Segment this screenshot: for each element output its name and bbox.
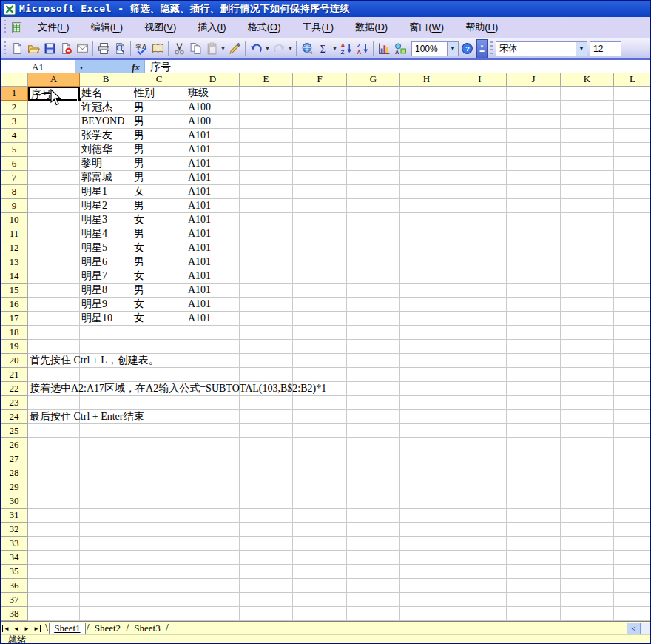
cell-A1[interactable]: 序号 bbox=[28, 87, 80, 101]
cell-K33[interactable] bbox=[561, 537, 614, 551]
cell-K21[interactable] bbox=[561, 368, 614, 382]
cell-E1[interactable] bbox=[240, 87, 293, 101]
toolbar-grip[interactable] bbox=[490, 41, 493, 56]
cell-I2[interactable] bbox=[453, 101, 507, 115]
cell-H13[interactable] bbox=[400, 255, 453, 269]
cell-D28[interactable] bbox=[186, 466, 240, 480]
cell-G12[interactable] bbox=[347, 241, 400, 255]
chevron-down-icon[interactable]: ▼ bbox=[287, 41, 294, 57]
cell-A4[interactable] bbox=[28, 129, 80, 143]
cell-C19[interactable] bbox=[132, 340, 186, 354]
cell-B25[interactable] bbox=[80, 424, 132, 438]
cell-K4[interactable] bbox=[561, 129, 614, 143]
cell-F34[interactable] bbox=[293, 551, 347, 565]
cell-K34[interactable] bbox=[561, 551, 614, 565]
cell-A36[interactable] bbox=[28, 579, 80, 593]
cell-F8[interactable] bbox=[293, 185, 347, 199]
cell-K13[interactable] bbox=[561, 255, 614, 269]
cell-H6[interactable] bbox=[400, 157, 453, 171]
cell-A14[interactable] bbox=[28, 269, 80, 284]
cell-G3[interactable] bbox=[347, 115, 400, 129]
row-header-1[interactable]: 1 bbox=[1, 87, 28, 101]
cell-G20[interactable] bbox=[347, 354, 400, 368]
cell-D10[interactable]: A101 bbox=[186, 213, 240, 227]
cell-I25[interactable] bbox=[453, 424, 507, 438]
cell-D37[interactable] bbox=[186, 593, 240, 607]
cell-B5[interactable]: 刘德华 bbox=[80, 143, 132, 157]
cell-A35[interactable] bbox=[28, 565, 80, 579]
cell-J2[interactable] bbox=[507, 101, 561, 115]
cell-E2[interactable] bbox=[240, 101, 293, 115]
cell-C8[interactable]: 女 bbox=[132, 185, 186, 199]
autosum-icon[interactable]: Σ bbox=[315, 41, 331, 57]
cell-C26[interactable] bbox=[132, 438, 186, 452]
cell-A10[interactable] bbox=[28, 213, 80, 227]
cell-L6[interactable] bbox=[614, 157, 651, 171]
cell-J30[interactable] bbox=[507, 494, 561, 509]
cell-H23[interactable] bbox=[400, 396, 453, 410]
cell-A24[interactable]: 最后按住 Ctrl + Enter结束 bbox=[28, 410, 80, 424]
cell-L13[interactable] bbox=[614, 255, 651, 269]
cell-B14[interactable]: 明星7 bbox=[80, 269, 132, 284]
cell-I34[interactable] bbox=[453, 551, 507, 565]
mail-icon[interactable] bbox=[74, 41, 90, 57]
cell-G24[interactable] bbox=[347, 410, 400, 424]
cell-J35[interactable] bbox=[507, 565, 561, 579]
last-sheet-button[interactable]: ► bbox=[32, 623, 42, 634]
cell-A21[interactable] bbox=[28, 368, 80, 382]
cell-D26[interactable] bbox=[186, 438, 240, 452]
cell-H27[interactable] bbox=[400, 452, 453, 466]
cell-F6[interactable] bbox=[293, 157, 347, 171]
cell-E35[interactable] bbox=[240, 565, 293, 579]
sheet-tab-sheet2[interactable]: Sheet2 bbox=[90, 623, 125, 635]
cell-G34[interactable] bbox=[347, 551, 400, 565]
cell-F4[interactable] bbox=[293, 129, 347, 143]
cell-C6[interactable]: 男 bbox=[132, 157, 186, 171]
chevron-down-icon[interactable]: ▼ bbox=[264, 41, 271, 57]
cell-E14[interactable] bbox=[240, 269, 293, 284]
cell-A5[interactable] bbox=[28, 143, 80, 157]
cell-E8[interactable] bbox=[240, 185, 293, 199]
cell-A19[interactable] bbox=[28, 340, 80, 354]
row-header-38[interactable]: 38 bbox=[1, 607, 28, 621]
cell-L35[interactable] bbox=[614, 565, 651, 579]
cell-G18[interactable] bbox=[347, 326, 400, 340]
cell-L14[interactable] bbox=[614, 269, 651, 284]
cell-J14[interactable] bbox=[507, 269, 561, 284]
menu-E[interactable]: 编辑(E) bbox=[81, 18, 132, 37]
select-all-corner[interactable] bbox=[1, 73, 28, 87]
cell-E38[interactable] bbox=[240, 607, 293, 621]
cell-D4[interactable]: A101 bbox=[186, 129, 240, 143]
cell-K12[interactable] bbox=[561, 241, 614, 255]
cell-H9[interactable] bbox=[400, 199, 453, 213]
row-header-28[interactable]: 28 bbox=[1, 466, 28, 480]
cell-L22[interactable] bbox=[614, 382, 651, 396]
cell-C29[interactable] bbox=[132, 480, 186, 494]
cell-K29[interactable] bbox=[561, 480, 614, 494]
cell-C13[interactable]: 男 bbox=[132, 255, 186, 269]
menu-W[interactable]: 窗口(W) bbox=[399, 18, 453, 37]
row-header-15[interactable]: 15 bbox=[1, 284, 28, 298]
row-header-35[interactable]: 35 bbox=[1, 565, 28, 579]
cell-D3[interactable]: A100 bbox=[186, 115, 240, 129]
cell-E25[interactable] bbox=[240, 424, 293, 438]
cell-E20[interactable] bbox=[240, 354, 293, 368]
cell-L29[interactable] bbox=[614, 480, 651, 494]
cell-K37[interactable] bbox=[561, 593, 614, 607]
cell-D16[interactable]: A101 bbox=[186, 298, 240, 312]
cell-I33[interactable] bbox=[453, 537, 507, 551]
cell-G4[interactable] bbox=[347, 129, 400, 143]
cell-H30[interactable] bbox=[400, 494, 453, 509]
cell-D30[interactable] bbox=[186, 494, 240, 509]
cell-C11[interactable]: 男 bbox=[132, 227, 186, 241]
row-header-24[interactable]: 24 bbox=[1, 410, 28, 424]
zoom-combobox[interactable]: 100% ▼ bbox=[411, 41, 459, 56]
cell-C25[interactable] bbox=[132, 424, 186, 438]
column-header-C[interactable]: C bbox=[132, 73, 186, 87]
cell-G8[interactable] bbox=[347, 185, 400, 199]
cell-K10[interactable] bbox=[561, 213, 614, 227]
cell-F21[interactable] bbox=[293, 368, 347, 382]
cell-G23[interactable] bbox=[347, 396, 400, 410]
cell-K23[interactable] bbox=[561, 396, 614, 410]
row-header-37[interactable]: 37 bbox=[1, 593, 28, 607]
